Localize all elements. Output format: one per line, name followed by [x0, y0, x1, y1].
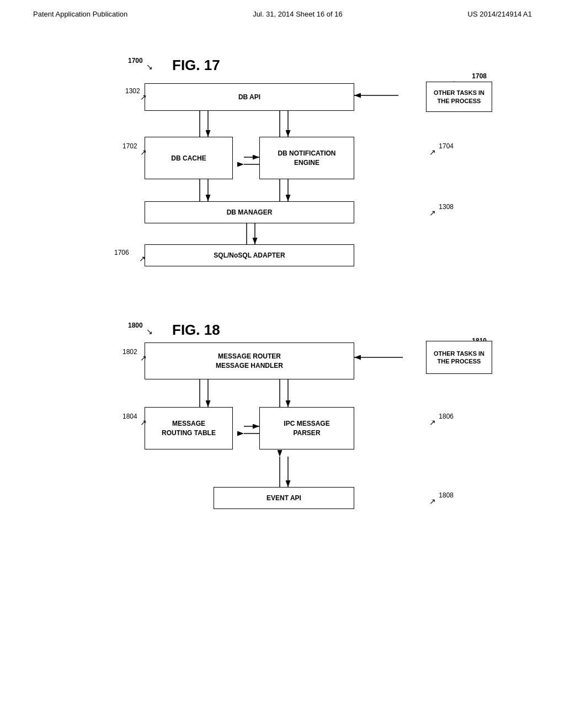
fig18-diag-num: 1800	[128, 322, 143, 329]
fig17-1704-curve: ↗	[429, 148, 436, 157]
fig17-1302-curve: ↗	[140, 93, 147, 101]
fig17-1702-label: 1702	[122, 142, 137, 150]
fig17-db-notification-box: DB NOTIFICATIONENGINE	[259, 137, 354, 179]
fig18-routing-table-box: MESSAGEROUTING TABLE	[145, 407, 233, 449]
fig18-1804-curve: ↗	[140, 418, 147, 427]
fig17-db-api-box: DB API	[145, 83, 354, 111]
fig17-1706-curve: ↗	[139, 254, 146, 263]
fig18-diag-arrow: ↘	[146, 327, 153, 336]
fig17-1704-label: 1704	[439, 142, 454, 150]
page-content: 1700 ↘ FIG. 17 1708 ↗ DB API 1302 ↗ OTHE…	[0, 24, 565, 570]
fig17-1702-curve: ↗	[140, 148, 147, 157]
fig18-ipc-parser-box: IPC MESSAGEPARSER	[259, 407, 354, 449]
fig17-title: FIG. 17	[172, 57, 220, 74]
fig17-1302-label: 1302	[125, 87, 140, 95]
fig18-event-api-box: EVENT API	[214, 487, 354, 509]
fig18-msg-router-box: MESSAGE ROUTERMESSAGE HANDLER	[145, 342, 354, 379]
fig18-title: FIG. 18	[172, 322, 220, 339]
fig18-other-tasks-box: OTHER TASKS INTHE PROCESS	[426, 341, 492, 374]
fig17-1708-label: 1708	[472, 72, 487, 80]
fig17-db-cache-box: DB CACHE	[145, 137, 233, 179]
fig18-1802-label: 1802	[122, 348, 137, 356]
fig17-other-tasks-box: OTHER TASKS INTHE PROCESS	[426, 82, 492, 112]
fig18-1806-curve: ↗	[429, 418, 436, 427]
page-header: Patent Application Publication Jul. 31, …	[0, 0, 565, 24]
fig17-1308-label: 1308	[439, 203, 454, 211]
fig17-diagram: 1700 ↘ FIG. 17 1708 ↗ DB API 1302 ↗ OTHE…	[73, 51, 492, 283]
fig18-diagram: 1800 ↘ FIG. 18 1810 ↗ MESSAGE ROUTERMESS…	[73, 316, 492, 553]
fig18-1802-curve: ↗	[140, 354, 147, 362]
fig18-1806-label: 1806	[439, 413, 454, 420]
header-center: Jul. 31, 2014 Sheet 16 of 16	[253, 10, 343, 18]
fig18-1804-label: 1804	[122, 413, 137, 420]
fig17-diag-arrow: ↘	[146, 62, 153, 71]
fig18-1808-label: 1808	[439, 491, 454, 499]
header-right: US 2014/214914 A1	[468, 10, 532, 18]
header-left: Patent Application Publication	[33, 10, 127, 18]
fig18-1808-curve: ↗	[429, 497, 436, 506]
fig17-1706-label: 1706	[114, 249, 129, 256]
fig17-1308-curve: ↗	[429, 208, 436, 217]
fig17-diag-num: 1700	[128, 57, 143, 65]
fig17-db-manager-box: DB MANAGER	[145, 201, 354, 223]
fig17-sql-box: SQL/NoSQL ADAPTER	[145, 244, 354, 266]
